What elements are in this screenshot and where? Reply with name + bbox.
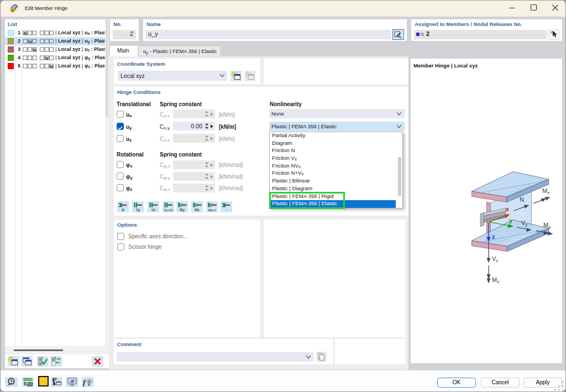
svg-text:My+z: My+z	[208, 208, 216, 212]
svg-text:N: N	[28, 39, 31, 44]
svg-text:N: N	[50, 64, 53, 69]
svg-text:?: ?	[10, 379, 13, 384]
svg-text:Vy+Vz: Vy+Vz	[164, 208, 172, 212]
svg-text:y: y	[509, 217, 513, 224]
svg-text:My: My	[180, 208, 185, 212]
svg-text:6: 6	[12, 8, 14, 13]
svg-text:Mz: Mz	[195, 208, 200, 212]
svg-text:Mx: Mx	[542, 187, 549, 195]
svg-text:f: f	[83, 378, 86, 386]
svg-text:-: -	[226, 208, 227, 212]
svg-text:Vy: Vy	[136, 208, 140, 212]
svg-text:N: N	[33, 48, 36, 53]
svg-text:N: N	[24, 31, 27, 36]
svg-text:x: x	[506, 206, 510, 212]
svg-text:z: z	[492, 233, 495, 240]
svg-text:00: 00	[28, 381, 33, 386]
svg-text:Vz: Vz	[151, 208, 156, 212]
svg-text:N: N	[520, 196, 524, 203]
svg-text:Vz: Vz	[492, 255, 498, 263]
svg-text:x: x	[87, 382, 90, 387]
svg-text:N: N	[45, 56, 48, 61]
svg-text:Mz: Mz	[492, 276, 499, 284]
svg-text:My: My	[543, 222, 551, 229]
svg-text:N: N	[122, 208, 124, 212]
